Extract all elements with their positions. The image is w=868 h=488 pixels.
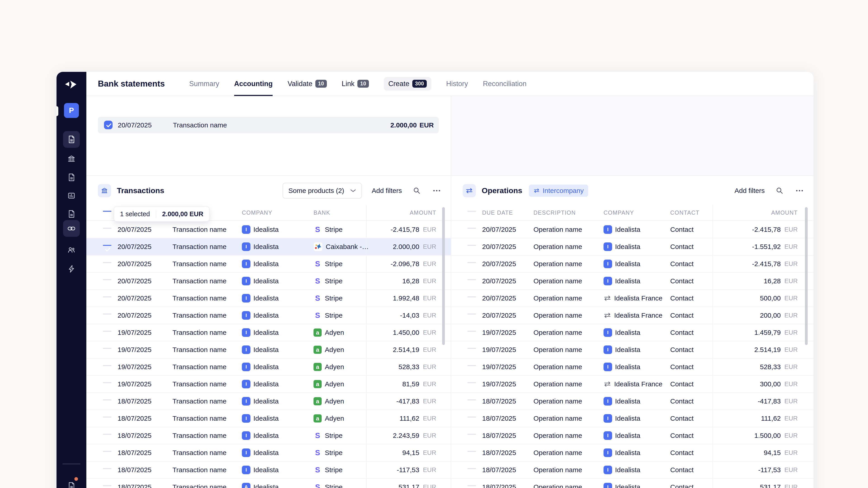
row-checkbox[interactable]	[103, 245, 112, 246]
operation-row[interactable]: 18/07/2025 Operation name I Idealista Co…	[451, 427, 813, 445]
row-checkbox[interactable]	[467, 296, 476, 297]
transaction-row[interactable]: 20/07/2025 Transaction name I Idealista …	[86, 221, 451, 238]
row-checkbox[interactable]	[467, 365, 476, 366]
intercompany-filter-chip[interactable]: Intercompany	[529, 185, 588, 197]
row-checkbox[interactable]	[103, 331, 112, 332]
transaction-row[interactable]: 20/07/2025 Transaction name I Idealista …	[86, 273, 451, 290]
add-filters-button[interactable]: Add filters	[735, 187, 765, 195]
operation-row[interactable]: 19/07/2025 Operation name I Idealista Co…	[451, 341, 813, 359]
transaction-row[interactable]: 20/07/2025 Transaction name I Idealista …	[86, 307, 451, 324]
sidebar-item[interactable]	[63, 187, 80, 204]
row-checkbox[interactable]	[467, 434, 476, 435]
search-icon[interactable]	[412, 186, 422, 196]
row-checkbox[interactable]	[467, 485, 476, 486]
transactions-scrollbar[interactable]	[442, 207, 445, 345]
row-checkbox[interactable]	[467, 468, 476, 469]
row-checkbox[interactable]	[467, 262, 476, 263]
row-checkbox[interactable]	[103, 382, 112, 383]
select-all-checkbox[interactable]	[103, 211, 112, 212]
row-checkbox[interactable]	[467, 348, 476, 349]
operations-scrollbar[interactable]	[805, 207, 808, 345]
more-options-icon[interactable]	[432, 186, 442, 196]
nav-tab[interactable]: Link 10	[342, 72, 369, 96]
row-checkbox[interactable]	[467, 451, 476, 452]
select-all-checkbox[interactable]	[467, 211, 476, 212]
sidebar-item-bottom[interactable]	[63, 478, 80, 488]
operation-row[interactable]: 20/07/2025 Operation name I Idealista Co…	[451, 238, 813, 256]
operation-row[interactable]: 19/07/2025 Operation name Idealista Fran…	[451, 376, 813, 393]
column-description[interactable]: DESCRIPTION	[533, 205, 576, 220]
operation-row[interactable]: 20/07/2025 Operation name Idealista Fran…	[451, 290, 813, 307]
row-checkbox[interactable]	[467, 399, 476, 400]
row-checkbox[interactable]	[103, 434, 112, 435]
row-checkbox[interactable]	[103, 279, 112, 280]
row-checkbox[interactable]	[467, 314, 476, 315]
row-checkbox[interactable]	[104, 121, 113, 129]
sidebar-item[interactable]	[63, 242, 80, 258]
transaction-row[interactable]: 19/07/2025 Transaction name I Idealista …	[86, 376, 451, 393]
row-checkbox[interactable]	[103, 399, 112, 400]
transaction-row[interactable]: 18/07/2025 Transaction name A Idealista …	[86, 479, 451, 488]
operation-row[interactable]: 18/07/2025 Operation name I Idealista Co…	[451, 410, 813, 427]
row-checkbox[interactable]	[467, 279, 476, 280]
operation-row[interactable]: 19/07/2025 Operation name I Idealista Co…	[451, 359, 813, 376]
nav-tab[interactable]: Create 300	[384, 77, 431, 91]
row-checkbox[interactable]	[467, 331, 476, 332]
column-amount[interactable]: AMOUNT	[410, 205, 436, 220]
row-checkbox[interactable]	[103, 262, 112, 263]
row-checkbox[interactable]	[467, 382, 476, 383]
sidebar-item[interactable]	[63, 260, 80, 277]
row-checkbox[interactable]	[103, 228, 112, 229]
operation-row[interactable]: 20/07/2025 Operation name I Idealista Co…	[451, 273, 813, 290]
operation-row[interactable]: 18/07/2025 Operation name I Idealista Co…	[451, 445, 813, 462]
column-company[interactable]: COMPANY	[603, 205, 634, 220]
sidebar-item[interactable]	[63, 169, 80, 186]
sidebar-item[interactable]	[63, 151, 80, 167]
search-icon[interactable]	[775, 186, 784, 196]
row-checkbox[interactable]	[103, 365, 112, 366]
row-checkbox[interactable]	[467, 228, 476, 229]
transaction-row[interactable]: 18/07/2025 Transaction name I Idealista …	[86, 462, 451, 479]
transaction-row[interactable]: 20/07/2025 Transaction name I Idealista …	[86, 256, 451, 273]
add-filters-button[interactable]: Add filters	[372, 187, 402, 195]
operation-row[interactable]: 18/07/2025 Operation name I Idealista Co…	[451, 462, 813, 479]
nav-tab[interactable]: Accounting	[234, 72, 273, 96]
row-checkbox[interactable]	[467, 245, 476, 246]
column-due-date[interactable]: DUE DATE	[482, 205, 513, 220]
operation-row[interactable]: 19/07/2025 Operation name I Idealista Co…	[451, 324, 813, 341]
column-contact[interactable]: CONTACT	[670, 205, 700, 220]
row-checkbox[interactable]	[103, 314, 112, 315]
column-company[interactable]: COMPANY	[242, 205, 272, 220]
sidebar-item[interactable]	[63, 205, 80, 222]
operation-row[interactable]: 20/07/2025 Operation name I Idealista Co…	[451, 221, 813, 238]
sidebar-item[interactable]	[63, 220, 80, 237]
transaction-row[interactable]: 20/07/2025 Transaction name I Idealista …	[86, 238, 451, 256]
product-filter-select[interactable]: Some products (2)	[283, 183, 362, 199]
transaction-row[interactable]: 18/07/2025 Transaction name I Idealista …	[86, 445, 451, 462]
operation-row[interactable]: 20/07/2025 Operation name Idealista Fran…	[451, 307, 813, 324]
column-bank[interactable]: BANK	[313, 205, 330, 220]
nav-tab[interactable]: Summary	[189, 72, 219, 96]
transaction-row[interactable]: 18/07/2025 Transaction name I Idealista …	[86, 393, 451, 410]
nav-tab[interactable]: Validate 10	[287, 72, 327, 96]
sidebar-item[interactable]	[63, 131, 80, 148]
transaction-row[interactable]: 19/07/2025 Transaction name I Idealista …	[86, 359, 451, 376]
transaction-row[interactable]: 18/07/2025 Transaction name I Idealista …	[86, 410, 451, 427]
row-checkbox[interactable]	[103, 417, 112, 418]
row-checkbox[interactable]	[103, 348, 112, 349]
row-checkbox[interactable]	[103, 296, 112, 297]
selected-statement-row[interactable]: 20/07/2025 Transaction name 2.000,00 EUR	[98, 117, 439, 133]
nav-tab[interactable]: Reconciliation	[483, 72, 526, 96]
row-checkbox[interactable]	[103, 468, 112, 469]
row-checkbox[interactable]	[103, 451, 112, 452]
transaction-row[interactable]: 18/07/2025 Transaction name I Idealista …	[86, 427, 451, 445]
operation-row[interactable]: 20/07/2025 Operation name I Idealista Co…	[451, 256, 813, 273]
more-options-icon[interactable]	[795, 186, 804, 196]
transaction-row[interactable]: 19/07/2025 Transaction name I Idealista …	[86, 341, 451, 359]
row-checkbox[interactable]	[467, 417, 476, 418]
transaction-row[interactable]: 19/07/2025 Transaction name I Idealista …	[86, 324, 451, 341]
operation-row[interactable]: 18/07/2025 Operation name I Idealista Co…	[451, 479, 813, 488]
row-checkbox[interactable]	[103, 485, 112, 486]
nav-tab[interactable]: History	[446, 72, 468, 96]
operation-row[interactable]: 18/07/2025 Operation name I Idealista Co…	[451, 393, 813, 410]
